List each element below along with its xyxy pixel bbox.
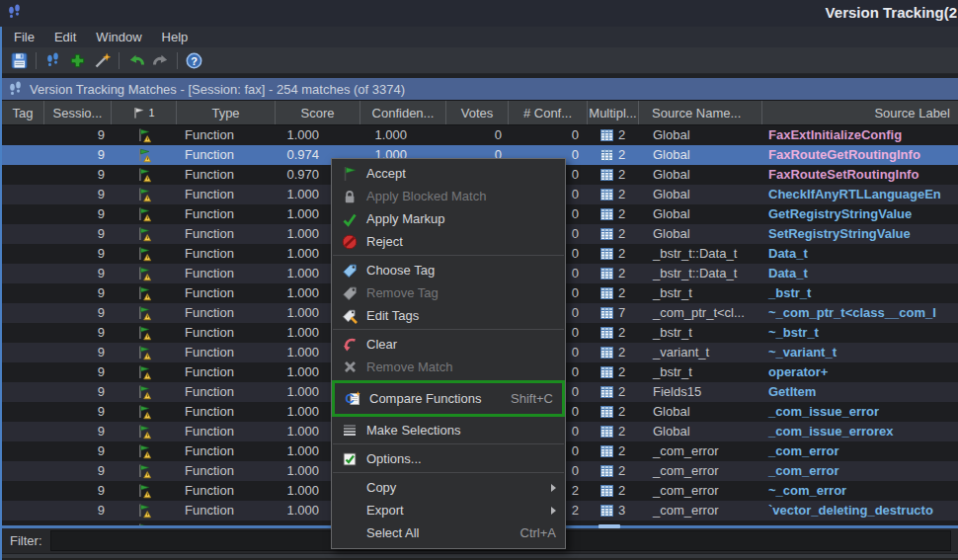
redo-button[interactable] (148, 49, 173, 72)
help-button[interactable]: ? (182, 49, 206, 72)
cell-source-name: _bstr_t::Data_t (639, 244, 762, 264)
cell-votes: 0 (446, 125, 509, 145)
cell-source-label: `vector_deleting_destructo (762, 501, 958, 520)
cell-source-name: Global (639, 125, 762, 145)
menu-item-apply-blocked-match[interactable]: Apply Blocked Match (332, 185, 565, 207)
menu-item-label: Apply Markup (366, 211, 556, 226)
column-header-status[interactable]: 1 (112, 101, 177, 124)
cell-source-label: GetRegistryStringValue (762, 204, 958, 224)
menu-item-make-selections[interactable]: Make Selections (332, 419, 565, 441)
cell-multiple: 2 (588, 323, 639, 343)
menu-item-label: Apply Blocked Match (366, 189, 556, 203)
cell-type: Function (177, 244, 276, 264)
cell-session: 9 (44, 204, 112, 224)
column-header-sourcelabel[interactable]: Source Label (762, 101, 958, 124)
multi-match-table-icon (600, 248, 613, 260)
match-flag-warning-icon (136, 443, 152, 460)
cell-multiple: 2 (588, 244, 639, 264)
cell-status (112, 264, 177, 283)
match-flag-warning-icon (136, 345, 152, 361)
window-title: Version Tracking(2 (826, 4, 957, 21)
cell-session: 9 (44, 461, 112, 481)
menu-item-remove-tag[interactable]: Remove Tag (332, 281, 565, 304)
menu-help[interactable]: Help (152, 27, 199, 47)
menu-item-export[interactable]: Export (332, 499, 565, 521)
multiple-count: 2 (618, 481, 625, 501)
menu-item-label: Export (366, 503, 541, 518)
cell-multiple: 2 (588, 185, 639, 204)
cell-type: Function (177, 185, 276, 204)
save-button[interactable] (7, 49, 32, 72)
column-header-votes[interactable]: Votes (446, 101, 509, 124)
cell-type: Function (177, 125, 276, 145)
column-header-sessio[interactable]: Sessio... (44, 101, 112, 124)
menu-item-choose-tag[interactable]: Choose Tag (332, 259, 565, 281)
column-header-tag[interactable]: Tag (2, 101, 44, 124)
table-row[interactable]: 9Function1.0001.000002GlobalFaxExtInitia… (2, 125, 958, 145)
cell-tag (2, 422, 44, 441)
column-header-type[interactable]: Type (177, 101, 276, 124)
tag_blue-icon (341, 262, 359, 279)
cell-multiple: 3 (588, 501, 639, 520)
cell-tag (2, 283, 44, 303)
multiple-count: 2 (618, 264, 625, 283)
add-session-button[interactable] (65, 49, 90, 72)
menu-item-compare-functions[interactable]: CCompare FunctionsShift+C (335, 387, 562, 410)
undo-button[interactable] (123, 49, 148, 72)
cell-tag (2, 165, 44, 185)
menu-item-label: Clear (366, 337, 556, 352)
cell-source-name: _com_error (639, 441, 762, 461)
menu-item-shortcut: Shift+C (511, 391, 553, 406)
matches-panel-titlebar[interactable]: Version Tracking Matches - [Session: fax… (2, 78, 958, 100)
tag_edit-icon (341, 307, 359, 324)
menu-file[interactable]: File (4, 27, 44, 47)
column-header-confiden[interactable]: Confiden... (360, 101, 446, 124)
cell-session: 9 (44, 224, 112, 244)
cell-session: 9 (44, 264, 112, 283)
footprints-button[interactable] (40, 49, 65, 72)
multiple-count: 7 (618, 303, 625, 323)
cell-source-label: CheckIfAnyRTLLanguageEn (762, 185, 958, 204)
column-header-score[interactable]: Score (276, 101, 360, 124)
menu-item-clear[interactable]: Clear (332, 333, 565, 356)
multi-match-table-icon (600, 268, 613, 280)
cell-status (112, 165, 177, 185)
menu-item-select-all[interactable]: Select AllCtrl+A (332, 521, 565, 544)
menu-edit[interactable]: Edit (44, 27, 86, 47)
column-header-multipl[interactable]: Multipl... (588, 101, 639, 124)
menu-item-apply-markup[interactable]: Apply Markup (332, 207, 565, 230)
cell-tag (2, 125, 44, 145)
cell-source-label: Data_t (762, 264, 958, 283)
status-strip (0, 553, 958, 560)
menu-item-label: Choose Tag (366, 263, 556, 278)
multiple-count: 2 (618, 185, 625, 204)
multiple-count: 2 (618, 441, 625, 461)
column-header-sourcename[interactable]: Source Name... (639, 101, 762, 124)
cell-tag (2, 441, 44, 461)
menu-item-copy[interactable]: Copy (332, 476, 565, 499)
cell-source-name: Global (639, 185, 762, 204)
footprints-icon (8, 81, 23, 97)
menu-item-edit-tags[interactable]: Edit Tags (332, 304, 565, 327)
cell-tag (2, 343, 44, 362)
cell-multiple: 2 (588, 204, 639, 224)
cell-multiple: 2 (588, 402, 639, 422)
match-flag-warning-icon (136, 285, 152, 302)
menu-item-accept[interactable]: Accept (332, 162, 565, 185)
cell-type: Function (177, 323, 276, 343)
highlight-box: CCompare FunctionsShift+C (332, 380, 565, 417)
menu-item-reject[interactable]: Reject (332, 230, 565, 253)
cell-type: Function (177, 362, 276, 382)
match-flag-warning-icon (136, 404, 152, 421)
column-header-conf[interactable]: # Conf... (509, 101, 588, 124)
menu-window[interactable]: Window (86, 27, 151, 47)
multi-match-table-icon (600, 129, 613, 141)
svg-text:?: ? (191, 54, 198, 66)
column-header-label: Confiden... (372, 106, 435, 120)
menu-item-remove-match[interactable]: Remove Match (332, 356, 565, 378)
wizard-button[interactable] (90, 49, 115, 72)
cell-source-name: Global (639, 224, 762, 244)
column-header-label: Multipl... (589, 106, 636, 120)
cell-multiple: 2 (588, 382, 639, 402)
menu-item-options[interactable]: Options... (332, 447, 565, 470)
